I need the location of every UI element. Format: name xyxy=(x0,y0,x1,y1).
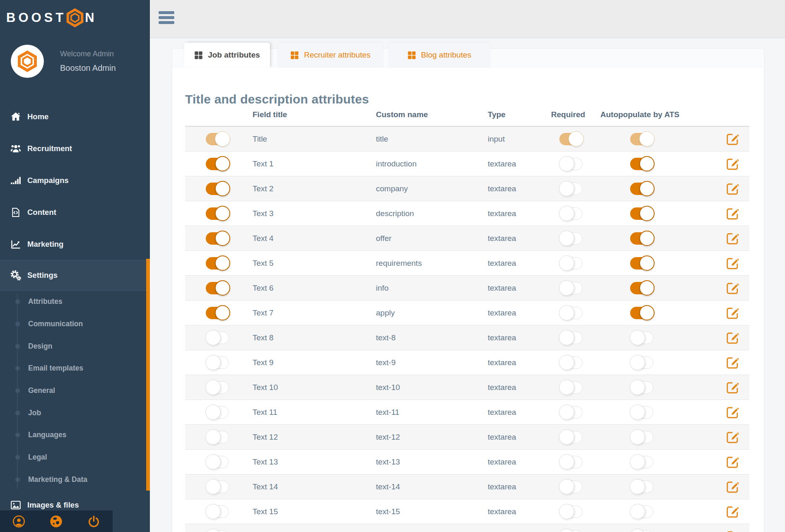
sidebar-subitem-design[interactable]: Design xyxy=(0,335,150,357)
sidebar-subitem-attributes[interactable]: Attributes xyxy=(0,291,150,313)
autopopulate-toggle[interactable] xyxy=(630,381,653,394)
required-toggle[interactable] xyxy=(559,133,583,145)
edit-button[interactable] xyxy=(726,157,739,171)
required-toggle[interactable] xyxy=(559,530,583,532)
globe-icon[interactable] xyxy=(50,515,63,528)
autopopulate-toggle[interactable] xyxy=(630,530,653,532)
sidebar-subitem-general[interactable]: General xyxy=(0,380,150,402)
autopopulate-toggle[interactable] xyxy=(630,506,653,518)
hamburger-menu-icon[interactable] xyxy=(159,11,174,24)
autopopulate-toggle[interactable] xyxy=(630,332,653,344)
enabled-toggle[interactable] xyxy=(206,481,229,493)
required-toggle[interactable] xyxy=(559,257,583,270)
edit-button[interactable] xyxy=(726,356,739,369)
required-toggle[interactable] xyxy=(559,381,583,394)
sidebar-subitem-marketing-data[interactable]: Marketing & Data xyxy=(0,469,150,491)
type-cell: textarea xyxy=(488,383,516,392)
autopopulate-toggle[interactable] xyxy=(630,356,653,369)
edit-button[interactable] xyxy=(726,505,739,518)
autopopulate-toggle[interactable] xyxy=(630,307,653,319)
edit-button[interactable] xyxy=(726,455,739,469)
edit-button[interactable] xyxy=(726,182,739,195)
required-toggle[interactable] xyxy=(559,456,583,468)
submenu-item-label: Communication xyxy=(28,320,83,328)
autopopulate-toggle[interactable] xyxy=(630,232,653,245)
bullet-dot-icon xyxy=(15,322,20,326)
autopopulate-toggle[interactable] xyxy=(630,481,653,493)
enabled-toggle[interactable] xyxy=(206,456,229,468)
user-circle-icon[interactable] xyxy=(12,515,25,528)
enabled-toggle[interactable] xyxy=(206,183,229,195)
autopopulate-toggle[interactable] xyxy=(630,133,653,145)
edit-button[interactable] xyxy=(726,306,739,320)
enabled-toggle[interactable] xyxy=(206,431,229,443)
sidebar-item-marketing[interactable]: Marketing xyxy=(0,228,150,260)
enabled-toggle[interactable] xyxy=(206,332,229,344)
required-toggle[interactable] xyxy=(559,406,583,419)
required-toggle[interactable] xyxy=(559,481,583,493)
edit-button[interactable] xyxy=(726,380,739,394)
autopopulate-toggle[interactable] xyxy=(630,431,653,443)
required-toggle[interactable] xyxy=(559,332,583,344)
sidebar-item-home[interactable]: Home xyxy=(0,101,150,132)
edit-button[interactable] xyxy=(726,480,739,493)
sidebar-item-label: Marketing xyxy=(27,240,63,249)
required-toggle[interactable] xyxy=(559,506,583,518)
power-icon[interactable] xyxy=(87,515,100,528)
required-toggle[interactable] xyxy=(559,207,583,220)
table-row: Text 11 text-11 textarea xyxy=(185,400,749,425)
edit-button[interactable] xyxy=(726,256,739,270)
autopopulate-toggle[interactable] xyxy=(630,207,653,220)
required-toggle[interactable] xyxy=(559,282,583,294)
enabled-toggle[interactable] xyxy=(206,356,229,369)
required-toggle[interactable] xyxy=(559,307,583,319)
tab-blog-attributes[interactable]: Blog attributes xyxy=(389,43,490,67)
sidebar-item-campaigns[interactable]: Campaigns xyxy=(0,164,150,196)
sidebar-item-recruitment[interactable]: Recruitment xyxy=(0,132,150,164)
sidebar-item-settings[interactable]: Settings xyxy=(0,260,150,291)
bullet-dot-icon xyxy=(15,433,20,437)
enabled-toggle[interactable] xyxy=(206,282,229,294)
enabled-toggle[interactable] xyxy=(206,307,229,319)
edit-button[interactable] xyxy=(726,281,739,295)
enabled-toggle[interactable] xyxy=(206,257,229,270)
sidebar-subitem-legal[interactable]: Legal xyxy=(0,446,150,469)
enabled-toggle[interactable] xyxy=(206,158,229,170)
edit-button[interactable] xyxy=(726,405,739,419)
tab-job-attributes[interactable]: Job attributes xyxy=(184,43,270,67)
enabled-toggle[interactable] xyxy=(206,232,229,245)
enabled-toggle[interactable] xyxy=(206,506,229,518)
required-toggle[interactable] xyxy=(559,232,583,245)
enabled-toggle[interactable] xyxy=(206,406,229,419)
sidebar-subitem-email-templates[interactable]: Email templates xyxy=(0,357,150,380)
edit-button[interactable] xyxy=(726,331,739,344)
sidebar-subitem-communication[interactable]: Communication xyxy=(0,313,150,335)
required-toggle[interactable] xyxy=(559,356,583,369)
sidebar-item-content[interactable]: Content xyxy=(0,196,150,228)
autopopulate-toggle[interactable] xyxy=(630,406,653,419)
autopopulate-toggle[interactable] xyxy=(630,456,653,468)
autopopulate-toggle[interactable] xyxy=(630,282,653,294)
edit-button[interactable] xyxy=(726,207,739,220)
sidebar-subitem-job[interactable]: Job xyxy=(0,402,150,424)
required-toggle[interactable] xyxy=(559,183,583,195)
enabled-toggle[interactable] xyxy=(206,207,229,220)
enabled-toggle[interactable] xyxy=(206,530,229,532)
autopopulate-toggle[interactable] xyxy=(630,257,653,270)
required-toggle[interactable] xyxy=(559,158,583,170)
edit-button[interactable] xyxy=(726,430,739,444)
enabled-toggle[interactable] xyxy=(206,133,229,145)
custom-name-cell: text-12 xyxy=(376,433,400,442)
edit-button[interactable] xyxy=(726,530,739,532)
bullet-dot-icon xyxy=(15,344,20,349)
sidebar-subitem-languages[interactable]: Languages xyxy=(0,424,150,446)
required-toggle[interactable] xyxy=(559,431,583,443)
edit-button[interactable] xyxy=(726,231,739,245)
edit-icon xyxy=(726,356,739,369)
custom-name-cell: text-14 xyxy=(376,482,400,491)
tab-recruiter-attributes[interactable]: Recruiter attributes xyxy=(278,43,383,67)
autopopulate-toggle[interactable] xyxy=(630,183,653,195)
enabled-toggle[interactable] xyxy=(206,381,229,394)
autopopulate-toggle[interactable] xyxy=(630,158,653,170)
edit-button[interactable] xyxy=(726,132,739,146)
